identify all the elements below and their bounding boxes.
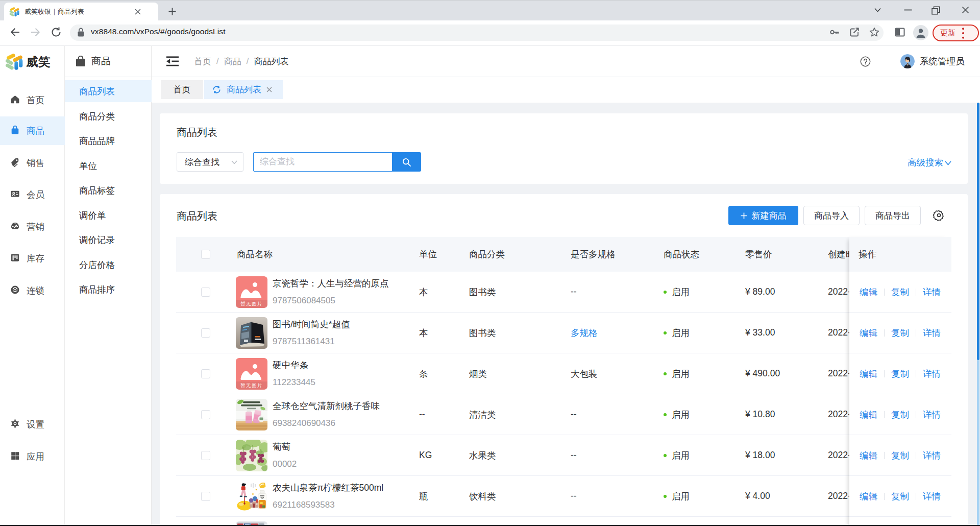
edit-link[interactable]: 编辑 (860, 286, 877, 298)
export-goods-button[interactable]: 商品导出 (865, 206, 921, 225)
detail-link[interactable]: 详情 (923, 368, 941, 380)
sidebar-item-label: 连锁 (27, 284, 44, 297)
browser-update-button[interactable]: 更新 (933, 25, 979, 41)
view-tab-goods-list[interactable]: 商品列表 (204, 80, 283, 99)
search-type-select[interactable]: 综合查找 (177, 152, 243, 172)
new-tab-icon[interactable] (168, 8, 176, 15)
product-name: 农夫山泉茶π柠檬红茶500ml (273, 482, 383, 494)
import-goods-button[interactable]: 商品导入 (803, 206, 860, 225)
table-row[interactable]: 葡萄00002 KG 水果类 -- 启用 ¥ 18.00 2022- (176, 435, 951, 476)
detail-link[interactable]: 详情 (923, 286, 941, 298)
detail-link[interactable]: 详情 (923, 490, 941, 503)
tab-search-chevron-icon[interactable] (874, 6, 881, 14)
edit-link[interactable]: 编辑 (860, 327, 877, 339)
copy-link[interactable]: 复制 (891, 449, 909, 462)
view-tab-close-icon[interactable] (266, 86, 273, 93)
copy-link[interactable]: 复制 (891, 286, 909, 298)
column-header-spec[interactable]: 是否多规格 (567, 248, 657, 260)
copy-link[interactable]: 复制 (891, 368, 909, 380)
back-icon[interactable] (10, 27, 21, 38)
sidebar-item-home[interactable]: 首页 (0, 86, 65, 114)
user-avatar[interactable] (900, 54, 915, 68)
copy-link[interactable]: 复制 (891, 490, 909, 503)
row-checkbox[interactable] (201, 492, 210, 501)
sidebar-item-sales[interactable]: 销售 (0, 149, 65, 177)
submenu-item-units[interactable]: 单位 (65, 155, 152, 177)
edit-link[interactable]: 编辑 (860, 368, 877, 380)
search-input[interactable] (253, 152, 393, 172)
spec-link[interactable]: 多规格 (571, 328, 598, 338)
url-text[interactable]: vx8848.com/vxPos/#/goods/goodsList (91, 27, 226, 36)
column-header-name[interactable]: 商品名称 (235, 248, 413, 260)
sidebar-item-marketing[interactable]: 营销 (0, 212, 65, 241)
submenu-item-goods-list[interactable]: 商品列表 (65, 80, 152, 102)
submenu-item-goods-category[interactable]: 商品分类 (65, 105, 152, 127)
detail-link[interactable]: 详情 (923, 449, 941, 462)
edit-link[interactable]: 编辑 (860, 409, 877, 421)
table-row[interactable]: 暂无图片 硬中华条112233445 条 烟类 大包装 启用 ¥ 490.00 … (176, 353, 951, 394)
edit-link[interactable]: 编辑 (860, 449, 877, 462)
tab-close-icon[interactable] (134, 8, 142, 16)
cell-category: 烟类 (464, 368, 567, 380)
column-header-category[interactable]: 商品分类 (464, 248, 567, 260)
forward-icon[interactable] (30, 27, 41, 38)
edit-link[interactable]: 编辑 (860, 490, 877, 503)
breadcrumb-goods[interactable]: 商品 (224, 56, 241, 67)
submenu-item-goods-tags[interactable]: 商品标签 (65, 179, 152, 201)
copy-link[interactable]: 复制 (891, 327, 909, 339)
scrollbar-thumb[interactable] (977, 103, 979, 360)
sidebar-item-inventory[interactable]: 库存 (0, 244, 65, 273)
column-header-price[interactable]: 零售价 (740, 248, 823, 260)
row-checkbox[interactable] (201, 328, 210, 338)
submenu-item-price-history[interactable]: 调价记录 (65, 229, 152, 251)
browser-menu-kebab-icon[interactable] (962, 27, 965, 39)
table-settings-gear-icon[interactable] (933, 209, 945, 221)
reload-icon[interactable] (51, 27, 62, 38)
table-row[interactable]: 暂无图片 京瓷哲学：人生与经营的原点9787506084505 本 图书类 --… (176, 272, 951, 313)
row-checkbox[interactable] (201, 369, 210, 378)
sidebar-item-apps[interactable]: 应用 (0, 442, 65, 471)
sidebar-item-chain[interactable]: 连锁 (0, 276, 65, 305)
share-icon[interactable] (849, 27, 860, 38)
view-tab-home[interactable]: 首页 (161, 80, 203, 99)
submenu-item-price-adjustment[interactable]: 调价单 (65, 204, 152, 226)
copy-link[interactable]: 复制 (891, 409, 909, 421)
browser-profile-avatar[interactable] (913, 25, 928, 40)
window-minimize-icon[interactable] (904, 9, 912, 11)
sidebar-item-goods[interactable]: 商品 (0, 116, 65, 145)
cell-price: ¥ 33.00 (740, 327, 823, 338)
row-checkbox[interactable] (201, 410, 210, 419)
search-button[interactable] (392, 152, 421, 172)
new-goods-button[interactable]: 新建商品 (728, 206, 798, 225)
tab-refresh-icon[interactable] (212, 85, 221, 94)
row-checkbox[interactable] (201, 451, 210, 460)
chain-cube-icon (10, 285, 21, 296)
filter-card: 商品列表 综合查找 高级搜索 (160, 113, 968, 184)
row-checkbox[interactable] (201, 288, 210, 297)
browser-tab[interactable]: 威笑收银｜商品列表 (4, 3, 158, 21)
window-close-icon[interactable] (962, 6, 969, 14)
column-header-status[interactable]: 商品状态 (657, 248, 740, 260)
select-all-checkbox[interactable] (201, 250, 210, 259)
submenu-item-goods-sort[interactable]: 商品排序 (65, 278, 152, 300)
collapse-menu-icon[interactable] (166, 56, 179, 67)
submenu-item-goods-brand[interactable]: 商品品牌 (65, 130, 152, 152)
sidebar-item-settings[interactable]: 设置 (0, 410, 65, 439)
password-key-icon[interactable] (829, 27, 840, 38)
column-header-unit[interactable]: 单位 (413, 248, 464, 260)
table-row[interactable]: 农夫山泉茶π柠檬红茶500ml6921168593583 瓶 饮料类 -- 启用… (176, 476, 951, 517)
advanced-search-link[interactable]: 高级搜索 (908, 156, 951, 169)
sidebar-item-members[interactable]: 会员 (0, 180, 65, 209)
app-logo[interactable]: 威笑 (5, 53, 51, 70)
side-panel-icon[interactable] (894, 27, 905, 38)
detail-link[interactable]: 详情 (923, 327, 941, 339)
breadcrumb-home[interactable]: 首页 (194, 56, 211, 67)
window-restore-icon[interactable] (932, 6, 940, 15)
help-icon[interactable] (860, 56, 871, 67)
table-row[interactable]: 图书/时间简史*超值9787511361431 本 图书类 多规格 启用 ¥ 3… (176, 313, 951, 353)
user-name[interactable]: 系统管理员 (920, 46, 965, 77)
table-row[interactable]: 全球仓空气清新剂桃子香味6938240690436 -- 清洁类 -- 启用 ¥… (176, 394, 951, 435)
submenu-item-branch-price[interactable]: 分店价格 (65, 254, 152, 276)
bookmark-star-icon[interactable] (869, 27, 880, 38)
detail-link[interactable]: 详情 (923, 409, 941, 421)
